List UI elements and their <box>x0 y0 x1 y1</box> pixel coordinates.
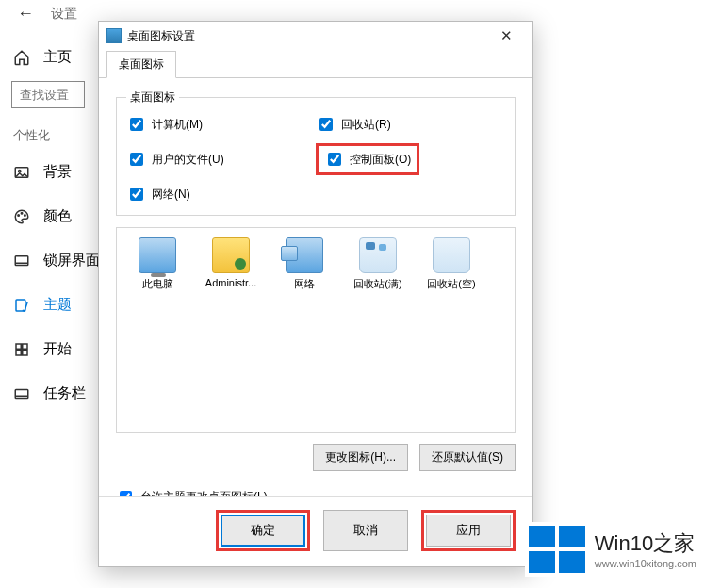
restore-defaults-button[interactable]: 还原默认值(S) <box>419 444 516 471</box>
taskbar-icon <box>13 385 30 402</box>
nav-item-label: 颜色 <box>43 207 72 225</box>
apply-button[interactable]: 应用 <box>426 514 511 547</box>
search-input[interactable] <box>11 81 85 108</box>
this-pc-icon <box>139 237 176 273</box>
home-icon <box>13 49 30 66</box>
checkbox-network-input[interactable] <box>130 188 143 201</box>
highlight-control-panel: 控制面板(O) <box>316 143 419 175</box>
nav-item-label: 锁屏界面 <box>43 252 100 270</box>
close-icon[interactable]: ✕ <box>487 27 525 44</box>
windows-logo-icon <box>529 526 585 573</box>
watermark: Win10之家 www.win10xitong.com <box>525 522 704 577</box>
network-icon <box>286 237 323 273</box>
preview-label: 网络 <box>294 277 315 291</box>
themes-icon <box>13 297 30 314</box>
svg-rect-8 <box>23 344 27 349</box>
nav-item-label: 主题 <box>43 296 72 314</box>
svg-rect-9 <box>16 350 21 354</box>
allow-theme-checkbox[interactable]: 允许主题更改桌面图标(L) <box>116 488 516 496</box>
lockscreen-icon <box>13 253 30 270</box>
desktop-icons-group: 桌面图标 计算机(M) 回收站(R) 用户的文件(U) <box>116 90 516 216</box>
nav-item-label: 背景 <box>43 163 72 181</box>
watermark-title: Win10之家 <box>595 530 696 558</box>
svg-point-4 <box>25 214 26 216</box>
svg-point-2 <box>18 214 20 216</box>
home-label: 主页 <box>43 48 72 66</box>
checkbox-recycle[interactable]: 回收站(R) <box>316 115 505 134</box>
preview-item-user[interactable]: Administr... <box>196 237 266 288</box>
desktop-icon-settings-dialog: 桌面图标设置 ✕ 桌面图标 桌面图标 计算机(M) 回收站(R) 用户的文件(U… <box>98 21 533 567</box>
icon-action-row: 更改图标(H)... 还原默认值(S) <box>116 444 516 471</box>
preview-item-network[interactable]: 网络 <box>270 237 339 291</box>
change-icon-button[interactable]: 更改图标(H)... <box>313 444 408 471</box>
watermark-url: www.win10xitong.com <box>595 558 696 569</box>
ok-button[interactable]: 确定 <box>221 514 305 547</box>
tab-desktop-icons[interactable]: 桌面图标 <box>106 51 176 78</box>
start-icon <box>13 341 30 358</box>
svg-rect-5 <box>15 255 28 265</box>
checkbox-control-panel[interactable]: 控制面板(O) <box>324 150 411 169</box>
back-arrow-icon[interactable]: ← <box>17 4 34 24</box>
nav-item-label: 任务栏 <box>43 384 86 402</box>
allow-theme-label: 允许主题更改桌面图标(L) <box>140 489 268 496</box>
icon-preview-list: 此电脑 Administr... 网络 回收站(满) 回收站(空) <box>116 227 516 433</box>
recycle-bin-full-icon <box>359 237 397 273</box>
cancel-button[interactable]: 取消 <box>323 510 408 551</box>
preview-label: 此电脑 <box>142 277 173 291</box>
checkbox-computer-input[interactable] <box>130 118 143 131</box>
checkbox-computer[interactable]: 计算机(M) <box>126 115 316 134</box>
checkbox-userfiles[interactable]: 用户的文件(U) <box>126 150 316 169</box>
dialog-title: 桌面图标设置 <box>127 28 195 44</box>
dialog-titlebar[interactable]: 桌面图标设置 ✕ <box>99 22 532 50</box>
recycle-bin-empty-icon <box>433 237 470 273</box>
preview-item-recycle-empty[interactable]: 回收站(空) <box>417 237 486 291</box>
checkbox-userfiles-input[interactable] <box>130 153 143 166</box>
preview-item-this-pc[interactable]: 此电脑 <box>123 237 192 291</box>
dialog-body: 桌面图标 计算机(M) 回收站(R) 用户的文件(U) <box>99 78 532 496</box>
checkbox-label: 回收站(R) <box>341 117 391 133</box>
preview-item-recycle-full[interactable]: 回收站(满) <box>343 237 413 291</box>
settings-title: 设置 <box>51 6 77 23</box>
svg-rect-6 <box>16 300 25 311</box>
svg-rect-10 <box>23 350 27 354</box>
checkbox-control-panel-input[interactable] <box>328 153 341 166</box>
checkbox-label: 计算机(M) <box>152 117 203 133</box>
checkbox-recycle-input[interactable] <box>319 118 333 131</box>
picture-icon <box>13 164 30 181</box>
checkbox-label: 控制面板(O) <box>350 152 411 168</box>
preview-label: Administr... <box>205 277 256 288</box>
highlight-apply: 应用 <box>421 510 516 551</box>
highlight-ok: 确定 <box>216 510 310 551</box>
checkbox-label: 网络(N) <box>152 187 190 203</box>
checkbox-label: 用户的文件(U) <box>152 152 224 168</box>
user-folder-icon <box>212 237 250 273</box>
dialog-footer: 确定 取消 应用 <box>99 496 532 566</box>
svg-point-3 <box>21 212 23 214</box>
palette-icon <box>13 208 30 225</box>
preview-label: 回收站(满) <box>353 277 401 291</box>
nav-item-label: 开始 <box>43 340 72 358</box>
tab-strip: 桌面图标 <box>99 50 532 78</box>
svg-point-1 <box>19 170 21 172</box>
checkbox-network[interactable]: 网络(N) <box>126 185 316 204</box>
dialog-app-icon <box>106 28 122 43</box>
preview-label: 回收站(空) <box>427 277 475 291</box>
group-legend: 桌面图标 <box>126 90 179 106</box>
svg-rect-11 <box>15 389 28 398</box>
svg-rect-7 <box>16 344 21 349</box>
